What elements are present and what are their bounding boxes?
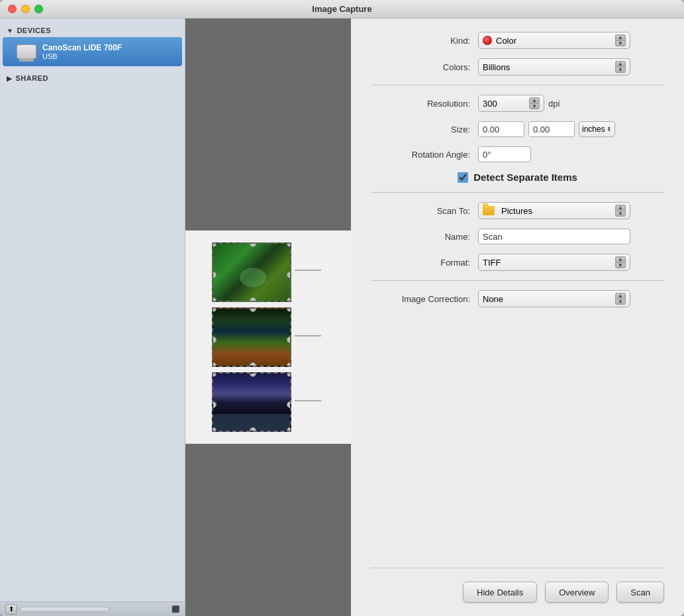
size-unit-select[interactable]: inches ⬍ (579, 121, 615, 137)
size-unit-value: inches (582, 125, 605, 134)
preview-image-3[interactable] (212, 372, 291, 432)
format-row: Format: TIFF ▲ ▼ (371, 254, 664, 271)
scan-to-select[interactable]: Pictures ▲ ▼ (478, 202, 630, 219)
handle3-tr[interactable] (287, 372, 291, 377)
name-input[interactable] (478, 229, 630, 244)
resolution-unit: dpi (548, 99, 560, 109)
handle3-mr[interactable] (287, 401, 291, 408)
kind-stepper-up[interactable]: ▲ (615, 34, 626, 40)
format-stepper-up[interactable]: ▲ (615, 256, 626, 262)
maximize-button[interactable] (34, 5, 43, 13)
colors-stepper-down[interactable]: ▼ (615, 67, 626, 73)
resolution-control: 300 ▲ ▼ dpi (478, 95, 664, 112)
correction-stepper[interactable]: ▲ ▼ (615, 293, 626, 305)
device-text: CanoScan LiDE 700F USB (42, 43, 173, 60)
scan-to-stepper[interactable]: ▲ ▼ (615, 205, 626, 217)
resolution-select[interactable]: 300 ▲ ▼ (478, 95, 544, 112)
correction-inner: None (483, 294, 615, 304)
handle-br[interactable] (287, 297, 291, 302)
handle3-tm[interactable] (250, 372, 256, 377)
handle3-bl[interactable] (212, 427, 217, 432)
sidebar-item-canoscan[interactable]: CanoScan LiDE 700F USB (3, 37, 182, 66)
detect-checkbox[interactable] (458, 172, 468, 183)
colors-stepper[interactable]: ▲ ▼ (615, 61, 626, 73)
kind-stepper-down[interactable]: ▼ (615, 40, 626, 46)
format-label: Format: (371, 258, 470, 268)
size-row: Size: inches ⬍ (371, 121, 664, 137)
kind-select[interactable]: Color ▲ ▼ (478, 32, 630, 49)
settings-form: Kind: Color ▲ ▼ (371, 32, 664, 568)
handle-bl[interactable] (212, 297, 217, 302)
separator-2 (371, 192, 664, 193)
sidebar-scrollbar[interactable] (20, 607, 169, 612)
name-row: Name: (371, 229, 664, 244)
handle2-ml[interactable] (212, 336, 217, 343)
handle2-tr[interactable] (287, 307, 291, 312)
handle-tl[interactable] (212, 242, 217, 247)
resolution-stepper[interactable]: ▲ ▼ (529, 97, 540, 109)
handle3-ml[interactable] (212, 401, 217, 408)
bottom-buttons: Hide Details Overview Scan (371, 568, 664, 603)
correction-stepper-down[interactable]: ▼ (615, 299, 626, 305)
colors-stepper-up[interactable]: ▲ (615, 61, 626, 67)
handle-mr[interactable] (287, 272, 291, 278)
name-label: Name: (371, 232, 470, 242)
correction-label: Image Correction: (371, 294, 470, 304)
correction-control: None ▲ ▼ (478, 290, 664, 307)
add-device-button[interactable]: ⬆ (5, 604, 17, 615)
format-select[interactable]: TIFF ▲ ▼ (478, 254, 630, 271)
size-unit-stepper-icon: ⬍ (607, 126, 612, 132)
scan-to-stepper-up[interactable]: ▲ (615, 205, 626, 211)
correction-stepper-up[interactable]: ▲ (615, 293, 626, 299)
handle2-bl[interactable] (212, 362, 217, 367)
scan-to-stepper-down[interactable]: ▼ (615, 211, 626, 217)
resolution-stepper-up[interactable]: ▲ (529, 97, 540, 103)
format-control: TIFF ▲ ▼ (478, 254, 664, 271)
main-content: ▼ DEVICES CanoScan LiDE 700F USB ▶ SHARE… (0, 19, 684, 616)
format-value: TIFF (483, 258, 501, 268)
handle3-br[interactable] (287, 427, 291, 432)
format-stepper[interactable]: ▲ ▼ (615, 256, 626, 268)
handle-bm[interactable] (250, 297, 256, 302)
preview-image-1[interactable] (212, 242, 291, 302)
handle2-bm[interactable] (250, 362, 256, 367)
size-width-input[interactable] (478, 121, 524, 137)
format-stepper-down[interactable]: ▼ (615, 262, 626, 268)
resolution-stepper-down[interactable]: ▼ (529, 103, 540, 109)
detect-label[interactable]: Detect Separate Items (473, 172, 577, 183)
overview-button[interactable]: Overview (545, 582, 609, 603)
shared-section-header: ▶ SHARED (0, 72, 185, 85)
correction-select[interactable]: None ▲ ▼ (478, 290, 630, 307)
handle2-tl[interactable] (212, 307, 217, 312)
handle2-tm[interactable] (250, 307, 256, 312)
minimize-button[interactable] (21, 5, 30, 13)
hide-details-button[interactable]: Hide Details (463, 582, 537, 603)
handle3-tl[interactable] (212, 372, 217, 377)
folder-icon (483, 206, 495, 215)
preview-bottom-gray (185, 444, 351, 616)
handle-tr[interactable] (287, 242, 291, 247)
titlebar-controls (8, 5, 43, 13)
handle2-mr[interactable] (287, 336, 291, 343)
scanner-icon-container (16, 41, 37, 62)
name-control (478, 229, 664, 244)
handle-line-3 (295, 400, 321, 401)
preview-image-2[interactable] (212, 307, 291, 367)
sidebar-footer: ⬆ ⬛ (0, 601, 185, 616)
close-button[interactable] (8, 5, 17, 13)
photo-thumb-2 (212, 307, 291, 367)
handle-tm[interactable] (250, 242, 256, 247)
preview-top-gray (185, 19, 351, 231)
size-height-input[interactable] (528, 121, 575, 137)
resolution-label: Resolution: (371, 99, 470, 109)
sidebar-scrollbar-thumb (20, 607, 109, 612)
handle3-bm[interactable] (250, 427, 256, 432)
rotation-input[interactable] (478, 146, 531, 162)
kind-stepper[interactable]: ▲ ▼ (615, 34, 626, 46)
scan-button[interactable]: Scan (616, 582, 664, 603)
devices-header: ▼ DEVICES (0, 24, 185, 37)
handle2-br[interactable] (287, 362, 291, 367)
scroll-right-icon[interactable]: ⬛ (171, 605, 179, 613)
handle-ml[interactable] (212, 272, 217, 278)
colors-select[interactable]: Billions ▲ ▼ (478, 58, 630, 76)
